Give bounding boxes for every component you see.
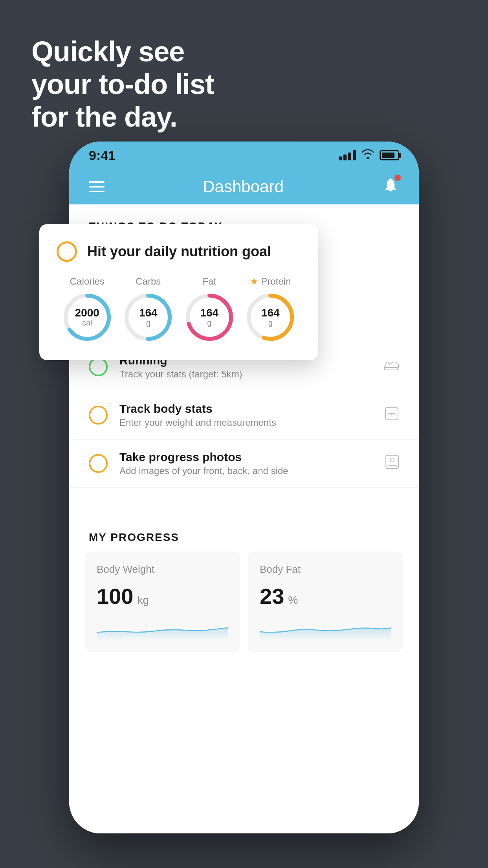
carbs-unit: g [146,318,150,327]
body-fat-chart [260,617,391,640]
macro-calories-label: Calories [70,276,105,287]
hero-text: Quickly see your to-do list for the day. [31,35,214,133]
todo-subtitle-photos: Add images of your front, back, and side [119,465,373,476]
nutrition-circle-indicator [57,241,77,262]
carbs-value: 164 [139,307,158,318]
signal-icon [339,150,356,160]
macro-fat: Fat 164 g [184,276,235,343]
todo-circle-photos [89,454,108,473]
notification-badge [394,175,401,181]
body-fat-title: Body Fat [260,563,391,576]
fat-unit: g [207,318,211,327]
status-time: 9:41 [89,148,116,163]
scale-icon [384,406,399,425]
notification-button[interactable] [382,176,399,197]
star-icon: ★ [250,276,259,287]
macro-protein-label: Protein [261,276,291,287]
macro-calories: Calories 2000 cal [62,276,113,343]
fat-circle: 164 g [184,292,235,343]
progress-cards: Body Weight 100 kg [69,552,419,668]
nutrition-title: Hit your daily nutrition goal [87,243,271,260]
list-item[interactable]: Track body stats Enter your weight and m… [69,391,419,440]
calories-circle: 2000 cal [62,292,113,343]
todo-subtitle-running: Track your stats (target: 5km) [119,369,372,380]
body-weight-title: Body Weight [97,563,228,576]
menu-button[interactable] [89,181,105,192]
protein-unit: g [268,318,273,327]
hero-line1: Quickly see [31,35,214,68]
hero-line3: for the day. [31,101,214,133]
carbs-circle: 164 g [123,292,174,343]
body-weight-card: Body Weight 100 kg [85,552,240,652]
svg-point-3 [390,458,394,462]
progress-header: MY PROGRESS [69,511,419,552]
nav-bar: Dashboard [69,169,419,204]
body-weight-chart [97,617,228,640]
protein-circle: 164 g [245,292,296,343]
svg-point-1 [391,414,393,416]
todo-circle-running [89,357,108,376]
macro-carbs: Carbs 164 g [123,276,174,343]
person-icon [385,454,399,473]
progress-section: MY PROGRESS Body Weight 100 kg [69,511,419,668]
protein-value: 164 [261,307,280,318]
list-item[interactable]: Take progress photos Add images of your … [69,440,419,488]
body-weight-value: 100 [97,583,133,609]
body-fat-unit: % [288,594,298,607]
todo-list: Running Track your stats (target: 5km) T… [69,343,419,488]
nav-title: Dashboard [203,177,283,196]
todo-subtitle-bodystats: Enter your weight and measurements [119,417,372,428]
status-icons [339,149,399,162]
fat-value: 164 [200,307,218,318]
macro-fat-label: Fat [202,276,216,287]
calories-value: 2000 [75,307,99,318]
macros-row: Calories 2000 cal Carbs [57,276,301,343]
body-fat-value: 23 [260,583,284,609]
body-fat-card: Body Fat 23 % [248,552,403,652]
battery-icon [380,150,399,160]
status-bar: 9:41 [69,142,419,169]
wifi-icon [361,149,374,162]
calories-unit: cal [82,318,92,327]
body-weight-unit: kg [137,594,149,607]
todo-title-photos: Take progress photos [119,451,373,464]
hero-line2: your to-do list [31,68,214,101]
todo-title-bodystats: Track body stats [119,402,372,416]
shoe-icon [383,358,399,376]
todo-circle-bodystats [89,406,108,425]
macro-protein: ★ Protein 164 g [245,276,296,343]
nutrition-card: Hit your daily nutrition goal Calories 2… [39,224,318,360]
macro-carbs-label: Carbs [136,276,161,287]
